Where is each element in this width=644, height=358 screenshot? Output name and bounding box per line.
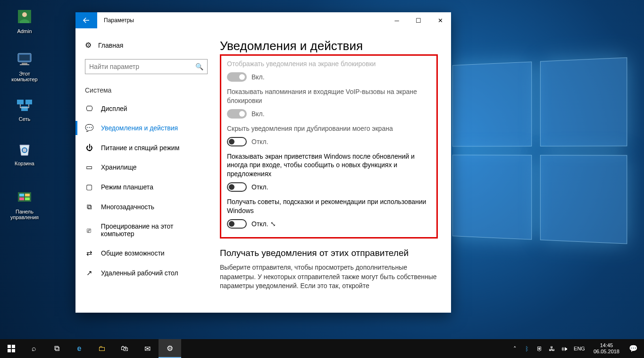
close-button[interactable]: ✕ [429, 12, 451, 28]
content-pane: Уведомления и действия Отображать уведом… [217, 28, 451, 313]
nav-display[interactable]: 🖵 Дисплей [75, 99, 217, 118]
svg-rect-12 [25, 194, 30, 196]
tray-security[interactable]: ⛨ [534, 339, 544, 358]
remote-icon: ↗ [85, 269, 93, 277]
clock-date: 06.05.2018 [594, 349, 619, 355]
store-icon: 🛍 [121, 344, 128, 353]
highlighted-region: Отображать уведомления на экране блокиро… [220, 54, 438, 239]
nav-label: Режим планшета [101, 183, 153, 191]
gear-icon: ⚙ [85, 41, 92, 50]
desktop-wallpaper-logo [452, 57, 627, 244]
network-icon: 🖧 [549, 345, 555, 352]
back-button[interactable] [75, 12, 97, 28]
desktop-icon-label: Панель управления [10, 209, 39, 220]
toggle-lockscreen-notif[interactable] [227, 72, 247, 82]
search-box[interactable]: 🔍 [85, 59, 208, 74]
nav-remote[interactable]: ↗ Удаленный рабочий стол [75, 263, 217, 283]
section-label: Система [75, 83, 217, 99]
toggle-welcome[interactable] [227, 182, 247, 192]
language-indicator[interactable]: ENG [571, 346, 588, 351]
nav-shared[interactable]: ⇄ Общие возможности [75, 243, 217, 263]
store-button[interactable]: 🛍 [113, 339, 136, 358]
svg-rect-14 [25, 197, 30, 200]
user-icon [15, 7, 34, 26]
settings-button[interactable]: ⚙ [159, 339, 181, 358]
toggle-row-voip: Вкл. [227, 109, 431, 119]
toggle-row-tips: Откл. ⤡ [227, 219, 431, 229]
desktop-icon-recycle-bin[interactable]: Корзина [7, 139, 42, 166]
toggle-hide-duplicate[interactable] [227, 137, 247, 146]
svg-rect-16 [12, 345, 15, 348]
home-button[interactable]: ⚙ Главная [75, 37, 217, 53]
nav-storage[interactable]: ▭ Хранилище [75, 157, 217, 177]
desktop-icon-network[interactable]: Сеть [7, 94, 42, 122]
tray-network[interactable]: 🖧 [546, 339, 557, 358]
volume-icon: 🕪 [561, 345, 567, 352]
setting-label-welcome: Показывать экран приветствия Windows пос… [227, 152, 431, 179]
chevron-up-icon: ˄ [513, 345, 517, 352]
svg-rect-17 [8, 349, 11, 352]
network-icon [15, 94, 34, 114]
senders-description: Выберите отправителя, чтобы просмотреть … [220, 263, 438, 291]
display-icon: 🖵 [85, 104, 93, 112]
storage-icon: ▭ [85, 163, 93, 171]
gear-icon: ⚙ [167, 344, 173, 353]
nav-label: Многозадачность [101, 203, 154, 211]
toggle-voip[interactable] [227, 109, 247, 119]
action-center-button[interactable]: 💬 [625, 344, 641, 353]
toggle-state: Вкл. [251, 110, 265, 118]
subsection-senders: Получать уведомления от этих отправителе… [220, 248, 438, 258]
explorer-button[interactable]: 🗀 [91, 339, 113, 358]
setting-label-tips: Получать советы, подсказки и рекомендаци… [227, 197, 431, 215]
svg-rect-18 [12, 349, 15, 352]
tray-bluetooth[interactable]: ᛒ [522, 339, 532, 358]
bluetooth-icon: ᛒ [525, 345, 529, 352]
nav-label: Проецирование на этот компьютер [101, 222, 208, 238]
mail-button[interactable]: ✉ [136, 339, 159, 358]
nav-notifications[interactable]: 💬 Уведомления и действия [75, 118, 217, 138]
nav-projecting[interactable]: ⎚ Проецирование на этот компьютер [75, 217, 217, 243]
tray-volume[interactable]: 🕪 [559, 339, 569, 358]
project-icon: ⎚ [85, 226, 93, 234]
tray-chevron[interactable]: ˄ [510, 339, 520, 358]
power-icon: ⏻ [85, 144, 93, 152]
svg-rect-13 [19, 197, 24, 200]
desktop-icon-label: Сеть [19, 116, 30, 122]
nav-power[interactable]: ⏻ Питание и спящий режим [75, 138, 217, 157]
task-view-button[interactable]: ⧉ [45, 339, 68, 358]
toggle-tips[interactable] [227, 219, 247, 229]
nav-multitask[interactable]: ⧉ Многозадачность [75, 197, 217, 217]
start-button[interactable] [0, 339, 23, 358]
clock[interactable]: 14:45 06.05.2018 [590, 341, 623, 357]
svg-rect-11 [19, 194, 24, 196]
search-button[interactable]: ⌕ [23, 339, 45, 358]
desktop-icon-control-panel[interactable]: Панель управления [7, 187, 42, 220]
desktop-icon-this-pc[interactable]: Этот компьютер [7, 49, 42, 82]
svg-rect-7 [25, 100, 32, 104]
desktop-icon-label: Этот компьютер [11, 71, 37, 82]
sidebar: ⚙ Главная 🔍 Система 🖵 Дисплей 💬 Уведомле… [75, 28, 217, 313]
window-title: Параметры [97, 12, 386, 28]
chat-icon: 💬 [85, 124, 93, 132]
page-title: Уведомления и действия [220, 39, 438, 53]
svg-rect-6 [17, 100, 24, 104]
nav-tablet[interactable]: ▢ Режим планшета [75, 177, 217, 197]
maximize-button[interactable]: ☐ [408, 12, 429, 28]
minimize-button[interactable]: ─ [386, 12, 408, 28]
notification-icon: 💬 [629, 344, 638, 353]
toggle-row-hide-duplicate: Откл. [227, 137, 431, 146]
search-icon: 🔍 [195, 63, 203, 70]
nav-label: Уведомления и действия [101, 124, 178, 132]
cursor-icon: ⤡ [270, 220, 276, 228]
control-panel-icon [15, 187, 34, 207]
pc-icon [15, 49, 34, 69]
desktop-icon-label: Admin [17, 28, 32, 34]
search-input[interactable] [89, 63, 195, 70]
titlebar: Параметры ─ ☐ ✕ [75, 12, 451, 28]
toggle-state: Откл. [251, 138, 268, 145]
edge-button[interactable]: e [68, 339, 91, 358]
svg-rect-8 [21, 106, 28, 111]
toggle-row-lockscreen: Вкл. [227, 72, 431, 82]
toggle-state: Откл. [251, 220, 268, 228]
desktop-icon-admin[interactable]: Admin [7, 7, 42, 34]
